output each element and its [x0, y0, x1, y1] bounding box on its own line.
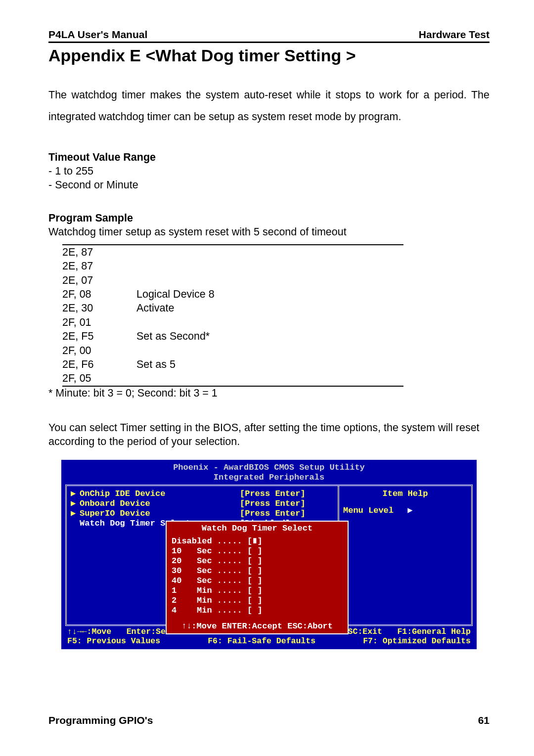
code-comment: [136, 259, 403, 273]
code-bytes: 2E, 07: [62, 273, 136, 287]
bios-menu-label: Onboard Device: [80, 499, 240, 509]
header-left: P4LA User's Manual: [48, 29, 147, 41]
table-row: 2E, 30Activate: [62, 301, 403, 315]
code-bytes: 2E, 87: [62, 245, 136, 259]
program-section: Program Sample Watchdog timer setup as s…: [48, 212, 490, 400]
timeout-section: Timeout Value Range - 1 to 255 - Second …: [48, 151, 490, 192]
bios-menu-label: OnChip IDE Device: [80, 489, 240, 499]
bios-menu-value: [Press Enter]: [240, 489, 334, 499]
bios-popup-option[interactable]: 30 Sec ..... [ ]: [172, 566, 343, 576]
code-comment: [136, 371, 403, 385]
code-bytes: 2E, 30: [62, 301, 136, 315]
code-comment: [136, 344, 403, 357]
appendix-title: Appendix E <What Dog timer Setting >: [48, 46, 490, 65]
page-header: P4LA User's Manual Hardware Test: [48, 29, 490, 43]
table-row: 2E, 07: [62, 273, 403, 287]
bios-popup-option[interactable]: 1 Min ..... [ ]: [172, 586, 343, 596]
bios-menu-value: [Press Enter]: [240, 509, 334, 519]
table-row: 2E, 87: [62, 259, 403, 273]
bios-item-help: Item Help: [343, 489, 467, 499]
code-comment: [136, 245, 403, 259]
bios-popup-title: Watch Dog Timer Select: [172, 524, 343, 534]
program-desc: Watchdog timer setup as system reset wit…: [48, 225, 490, 239]
code-bytes: 2F, 08: [62, 287, 136, 301]
code-comment: [136, 315, 403, 329]
bios-screenshot: Phoenix - AwardBIOS CMOS Setup Utility I…: [61, 460, 477, 649]
bios-popup-option[interactable]: 10 Sec ..... [ ]: [172, 546, 343, 556]
table-row: 2F, 01: [62, 315, 403, 329]
footer-right: 61: [478, 714, 490, 726]
triangle-right-icon: ▶: [71, 509, 80, 519]
bios-menu-item[interactable]: ▶OnChip IDE Device[Press Enter]: [71, 489, 334, 499]
bios-menu-item[interactable]: ▶SuperIO Device[Press Enter]: [71, 509, 334, 519]
table-row: 2F, 08Logical Device 8: [62, 287, 403, 301]
footer-left: Programming GPIO's: [48, 714, 153, 726]
table-row: 2F, 00: [62, 344, 403, 357]
bios-key-opt: F7: Optimized Defaults: [363, 636, 471, 646]
bios-key-help: F1:General Help: [397, 627, 471, 636]
timeout-line-1: - 1 to 255: [48, 165, 490, 178]
code-comment: Set as Second*: [136, 329, 403, 343]
triangle-right-icon: ▶: [71, 489, 80, 499]
triangle-right-icon: ▶: [71, 499, 80, 509]
bios-menu-panel: ▶OnChip IDE Device[Press Enter]▶Onboard …: [67, 486, 338, 624]
timeout-heading: Timeout Value Range: [48, 151, 490, 164]
triangle-right-icon: ▶: [407, 506, 412, 516]
bios-title-1: Phoenix - AwardBIOS CMOS Setup Utility: [65, 463, 473, 473]
bios-popup-footer: ↑↓:Move ENTER:Accept ESC:Abort: [172, 622, 343, 631]
table-row: 2E, F6Set as 5: [62, 357, 403, 371]
code-bytes: 2F, 05: [62, 371, 136, 385]
bios-key-fail: F6: Fail-Safe Defaults: [208, 636, 315, 646]
code-bytes: 2F, 00: [62, 344, 136, 357]
code-comment: Logical Device 8: [136, 287, 403, 301]
code-bytes: 2E, 87: [62, 259, 136, 273]
table-row: 2F, 05: [62, 371, 403, 385]
bios-menu-item[interactable]: ▶Onboard Device[Press Enter]: [71, 499, 334, 509]
bios-menu-value: [Press Enter]: [240, 499, 334, 509]
bios-help-panel: Item Help Menu Level ▶: [338, 486, 471, 624]
bios-menu-level-label: Menu Level: [343, 506, 394, 515]
bios-key-move: ↑↓→←:Move: [67, 627, 111, 636]
bios-key-prev: F5: Previous Values: [67, 636, 160, 646]
code-comment: Activate: [136, 301, 403, 315]
bios-popup-option[interactable]: 40 Sec ..... [ ]: [172, 576, 343, 586]
bios-popup-option[interactable]: 20 Sec ..... [ ]: [172, 556, 343, 566]
bios-key-exit: ESC:Exit: [343, 627, 382, 636]
table-row: 2E, 87: [62, 245, 403, 259]
code-bytes: 2E, F6: [62, 357, 136, 371]
bios-menu-level: Menu Level ▶: [343, 499, 467, 516]
program-footnote: * Minute: bit 3 = 0; Second: bit 3 = 1: [48, 387, 490, 400]
bios-popup-option[interactable]: Disabled ..... [∎]: [172, 536, 343, 546]
code-comment: [136, 273, 403, 287]
timeout-line-2: - Second or Minute: [48, 178, 490, 192]
header-right: Hardware Test: [419, 29, 490, 41]
page-footer: Programming GPIO's 61: [48, 714, 490, 726]
bios-menu-label: SuperIO Device: [80, 509, 240, 519]
bios-title-2: Integrated Peripherals: [65, 473, 473, 483]
bios-popup-option[interactable]: 2 Min ..... [ ]: [172, 596, 343, 606]
bios-popup-option[interactable]: 4 Min ..... [ ]: [172, 606, 343, 616]
program-heading: Program Sample: [48, 212, 490, 224]
code-bytes: 2E, F5: [62, 329, 136, 343]
after-table-paragraph: You can select Timer setting in the BIOS…: [48, 421, 490, 449]
program-table: 2E, 872E, 872E, 072F, 08Logical Device 8…: [62, 244, 403, 387]
intro-paragraph: The watchdog timer makes the system auto…: [48, 84, 490, 128]
code-bytes: 2F, 01: [62, 315, 136, 329]
bios-popup[interactable]: Watch Dog Timer Select Disabled ..... [∎…: [166, 521, 349, 634]
code-comment: Set as 5: [136, 357, 403, 371]
table-row: 2E, F5Set as Second*: [62, 329, 403, 343]
triangle-right-icon: [71, 519, 80, 529]
